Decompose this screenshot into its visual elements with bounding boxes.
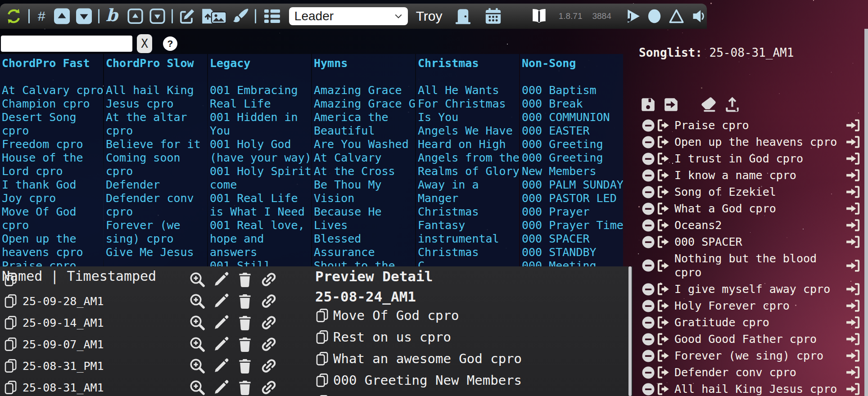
songlist-item[interactable]: Nothing but the blood cpro bbox=[633, 250, 864, 281]
song-line[interactable]: 000 Greeting bbox=[522, 151, 623, 165]
song-line[interactable]: cpro bbox=[2, 124, 103, 138]
preview-row[interactable]: What an awesome God cpro bbox=[311, 348, 633, 369]
song-line[interactable]: cpro bbox=[106, 205, 207, 219]
book-icon[interactable] bbox=[529, 8, 549, 25]
song-line[interactable]: Away in a bbox=[418, 178, 519, 192]
minus-circle-icon[interactable] bbox=[642, 235, 655, 249]
song-line[interactable]: All hail King bbox=[106, 84, 207, 97]
songlist-item[interactable]: Good Good Father cpro bbox=[633, 331, 864, 347]
door-icon[interactable] bbox=[454, 7, 472, 26]
song-line[interactable]: 000 COMMUNION bbox=[522, 111, 623, 124]
export-arrow-icon[interactable] bbox=[656, 259, 673, 273]
enter-arrow-icon[interactable] bbox=[845, 118, 861, 132]
link-icon[interactable] bbox=[261, 379, 277, 396]
enter-arrow-icon[interactable] bbox=[845, 235, 861, 249]
upload-icon[interactable] bbox=[724, 96, 741, 113]
song-line[interactable]: sing) cpro bbox=[106, 232, 207, 246]
link-icon[interactable] bbox=[261, 336, 277, 352]
song-line[interactable]: Be Thou My bbox=[314, 178, 415, 192]
song-line[interactable]: Christmas bbox=[418, 246, 519, 259]
song-line[interactable]: New Members bbox=[522, 165, 623, 178]
enter-arrow-icon[interactable] bbox=[845, 382, 861, 396]
songlist-item[interactable]: I know a name cpro bbox=[633, 167, 864, 184]
caret-up-filled-icon[interactable] bbox=[54, 8, 70, 24]
minus-circle-icon[interactable] bbox=[642, 349, 655, 363]
enter-arrow-icon[interactable] bbox=[845, 315, 861, 329]
zoom-in-icon[interactable] bbox=[189, 293, 205, 309]
setlist-row[interactable]: 25-09-07_AM1 bbox=[0, 333, 311, 355]
song-line[interactable]: Christmas bbox=[418, 205, 519, 219]
export-arrow-icon[interactable] bbox=[656, 235, 673, 249]
export-arrow-icon[interactable] bbox=[656, 332, 673, 346]
preview-row[interactable]: Rest on us cpro bbox=[311, 326, 633, 348]
songlist-item[interactable]: Holy Forever cpro bbox=[633, 297, 864, 314]
song-line[interactable]: Move Of God bbox=[2, 205, 103, 219]
song-line[interactable]: 001 Hidden in bbox=[210, 111, 311, 124]
song-line[interactable]: You bbox=[210, 124, 311, 138]
upload-image-icon[interactable] bbox=[201, 8, 227, 24]
search-input[interactable] bbox=[1, 36, 132, 52]
export-arrow-icon[interactable] bbox=[656, 185, 673, 199]
minus-circle-icon[interactable] bbox=[642, 202, 655, 216]
song-line[interactable]: For Christmas bbox=[418, 97, 519, 111]
song-line[interactable]: Amazing Grace G bbox=[314, 97, 415, 111]
caret-down-filled-icon[interactable] bbox=[76, 8, 92, 24]
link-icon[interactable] bbox=[261, 293, 277, 309]
pencil-icon[interactable] bbox=[213, 315, 229, 331]
leader-select[interactable]: Leader bbox=[289, 7, 408, 25]
song-line[interactable]: Coming soon bbox=[106, 151, 207, 165]
song-line[interactable]: Forever (we bbox=[106, 219, 207, 232]
songlist-item[interactable]: Song of Ezekiel bbox=[633, 184, 864, 200]
setlist-row[interactable]: 25-09-28_AM1 bbox=[0, 290, 311, 312]
hash-label[interactable]: # bbox=[38, 9, 45, 24]
songlist-scrollbar[interactable] bbox=[864, 29, 868, 396]
zoom-in-icon[interactable] bbox=[189, 379, 205, 396]
trash-icon[interactable] bbox=[237, 336, 253, 352]
pencil-square-icon[interactable] bbox=[179, 8, 195, 24]
caret-down-outline-icon[interactable] bbox=[149, 8, 165, 24]
trash-icon[interactable] bbox=[237, 315, 253, 331]
song-line[interactable]: 000 Meeting bbox=[522, 259, 623, 266]
zoom-in-icon[interactable] bbox=[189, 315, 205, 331]
enter-arrow-icon[interactable] bbox=[845, 152, 861, 166]
link-icon[interactable] bbox=[261, 315, 277, 331]
song-line[interactable]: Because He bbox=[314, 205, 415, 219]
zoom-in-icon[interactable] bbox=[189, 336, 205, 352]
song-line[interactable]: 000 PASTOR LED bbox=[522, 192, 623, 205]
song-line[interactable]: C bbox=[418, 259, 519, 266]
list-columns-icon[interactable] bbox=[262, 7, 282, 25]
song-line[interactable]: All He Wants bbox=[418, 84, 519, 97]
enter-arrow-icon[interactable] bbox=[845, 299, 861, 313]
trash-icon[interactable] bbox=[237, 293, 253, 309]
pencil-icon[interactable] bbox=[213, 336, 229, 352]
song-line[interactable]: come bbox=[210, 178, 311, 192]
song-line[interactable]: Desert Song bbox=[2, 111, 103, 124]
song-line[interactable]: 001 Holy Spirit bbox=[210, 165, 311, 178]
clear-search-button[interactable]: X bbox=[137, 34, 152, 53]
zoom-in-icon[interactable] bbox=[189, 358, 205, 374]
enter-arrow-icon[interactable] bbox=[845, 365, 861, 379]
song-line[interactable]: 000 EASTER bbox=[522, 124, 623, 138]
song-line[interactable]: cpro bbox=[106, 124, 207, 138]
export-arrow-icon[interactable] bbox=[656, 315, 673, 329]
trash-icon[interactable] bbox=[237, 358, 253, 374]
save-icon[interactable] bbox=[640, 96, 656, 113]
minus-circle-icon[interactable] bbox=[642, 366, 655, 379]
song-line[interactable]: 000 Prayer Time bbox=[522, 219, 623, 232]
brush-icon[interactable] bbox=[233, 8, 249, 24]
song-line[interactable]: Defender bbox=[106, 178, 207, 192]
export-arrow-icon[interactable] bbox=[656, 135, 673, 149]
song-line[interactable]: Freedom cpro bbox=[2, 138, 103, 151]
pencil-icon[interactable] bbox=[213, 358, 229, 374]
songlist-item[interactable]: Praise cpro bbox=[633, 117, 864, 134]
song-line[interactable]: House of the bbox=[2, 151, 103, 165]
save-import-icon[interactable] bbox=[663, 96, 679, 113]
enter-arrow-icon[interactable] bbox=[845, 218, 861, 232]
song-line[interactable]: 001 Still bbox=[210, 259, 311, 266]
song-line[interactable]: America the bbox=[314, 111, 415, 124]
minus-circle-icon[interactable] bbox=[642, 219, 655, 232]
export-arrow-icon[interactable] bbox=[656, 349, 673, 363]
minus-circle-icon[interactable] bbox=[642, 299, 655, 313]
song-line[interactable]: 000 STANDBY bbox=[522, 246, 623, 259]
song-line[interactable]: 000 Baptism bbox=[522, 84, 623, 97]
